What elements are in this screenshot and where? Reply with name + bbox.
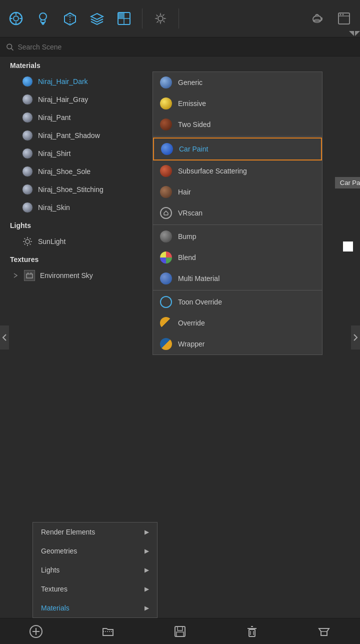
- corner-arrows: [349, 31, 360, 36]
- menu-label: Materials: [41, 604, 70, 612]
- side-nav-left[interactable]: [0, 326, 9, 350]
- window-icon[interactable]: [335, 10, 353, 28]
- context-item-toon[interactable]: Toon Override: [153, 292, 322, 312]
- context-item-carpaint[interactable]: Car Paint: [153, 138, 322, 160]
- side-nav-right[interactable]: [351, 326, 360, 350]
- item-label: Hair: [178, 188, 191, 196]
- tree-item-niraj-shoe-stitching[interactable]: Niraj_Shoe_Stitching: [0, 180, 160, 198]
- item-label: Niraj_Skin: [38, 204, 70, 212]
- svg-point-17: [158, 16, 163, 21]
- materials-section-header: Materials: [0, 56, 160, 72]
- material-icon: [22, 94, 33, 105]
- item-label: Car Paint: [179, 145, 208, 153]
- settings-icon[interactable]: [152, 10, 170, 28]
- teapot-icon[interactable]: [308, 10, 326, 28]
- clean-button[interactable]: [315, 622, 333, 640]
- bottom-toolbar: [0, 618, 360, 644]
- bottom-menu-textures[interactable]: Textures ▶: [33, 580, 157, 598]
- divider-1: [142, 8, 142, 28]
- save-button[interactable]: [171, 622, 189, 640]
- context-item-subsurface[interactable]: Subsurface Scattering: [153, 160, 322, 182]
- divider-2: [178, 8, 179, 28]
- layers-icon[interactable]: [88, 10, 106, 28]
- vrscan-icon: [160, 207, 172, 219]
- tree-item-sunlight[interactable]: SunLight: [0, 232, 160, 250]
- tree-item-niraj-shirt[interactable]: Niraj_Shirt: [0, 144, 160, 162]
- material-icon: [22, 184, 33, 195]
- add-scene-button[interactable]: [27, 622, 45, 640]
- svg-rect-38: [26, 274, 32, 278]
- layout-icon[interactable]: [115, 10, 133, 28]
- tree-item-niraj-shoe-sole[interactable]: Niraj_Shoe_Sole: [0, 162, 160, 180]
- context-item-override[interactable]: Override: [153, 312, 322, 334]
- divider: [153, 224, 322, 225]
- svg-line-34: [24, 238, 26, 240]
- context-item-wrapper[interactable]: Wrapper: [153, 334, 322, 354]
- corner-right: [355, 31, 360, 36]
- material-icon: [22, 148, 33, 159]
- context-item-bump[interactable]: Bump: [153, 226, 322, 247]
- item-label: Niraj_Hair_Gray: [38, 96, 88, 104]
- material-icon-active: [22, 76, 33, 87]
- subsurface-icon: [160, 165, 172, 177]
- svg-marker-12: [91, 14, 103, 20]
- context-item-vrscan[interactable]: VRscan: [153, 202, 322, 224]
- context-item-generic[interactable]: Generic: [153, 72, 322, 93]
- item-label: Niraj_Shirt: [38, 150, 70, 158]
- bottom-menu-geometries[interactable]: Geometries ▶: [33, 542, 157, 560]
- svg-point-25: [340, 14, 342, 16]
- svg-point-27: [7, 44, 12, 49]
- wrapper-icon: [160, 338, 172, 350]
- context-item-blend[interactable]: Blend: [153, 247, 322, 268]
- context-item-emissive[interactable]: Emissive: [153, 93, 322, 114]
- item-label: Override: [178, 319, 205, 327]
- svg-line-22: [318, 14, 318, 16]
- menu-label: Render Elements: [41, 528, 95, 536]
- chevron-right-icon: ▶: [144, 528, 149, 536]
- tree-item-niraj-pant-shadow[interactable]: Niraj_Pant_Shadow: [0, 126, 160, 144]
- bottom-context-menu: Render Elements ▶ Geometries ▶ Lights ▶ …: [32, 522, 158, 618]
- top-toolbar: [0, 0, 360, 38]
- tree-item-niraj-skin[interactable]: Niraj_Skin: [0, 198, 160, 216]
- context-item-twosided[interactable]: Two Sided: [153, 114, 322, 135]
- white-square-indicator: [343, 242, 353, 252]
- tree-item-niraj-hair-dark[interactable]: Niraj_Hair_Dark: [0, 72, 160, 90]
- sun-icon: [22, 236, 33, 247]
- item-label: Bump: [178, 232, 196, 240]
- lightbulb-icon[interactable]: [34, 10, 52, 28]
- tree-item-niraj-pant[interactable]: Niraj_Pant: [0, 108, 160, 126]
- svg-line-28: [12, 48, 14, 50]
- item-label: Niraj_Pant_Shadow: [38, 132, 100, 140]
- toon-icon: [160, 296, 172, 308]
- hair-icon: [160, 186, 172, 198]
- search-icon: [6, 43, 14, 51]
- divider: [153, 136, 322, 136]
- menu-label: Lights: [41, 566, 60, 574]
- context-item-multimaterial[interactable]: Multi Material: [153, 268, 322, 289]
- carpaint-icon: [161, 143, 173, 155]
- item-label: Multi Material: [178, 274, 220, 282]
- bottom-menu-lights[interactable]: Lights ▶: [33, 560, 157, 580]
- menu-label: Geometries: [41, 547, 77, 555]
- cube-icon[interactable]: [61, 10, 79, 28]
- menu-label: Textures: [41, 585, 68, 593]
- svg-line-20: [316, 14, 316, 16]
- tree-item-niraj-hair-gray[interactable]: Niraj_Hair_Gray: [0, 90, 160, 108]
- svg-point-29: [26, 240, 30, 244]
- svg-line-35: [30, 244, 31, 245]
- context-item-hair[interactable]: Hair: [153, 182, 322, 202]
- texture-icon: [24, 270, 35, 281]
- multimaterial-icon: [160, 272, 172, 284]
- svg-line-37: [24, 244, 26, 245]
- delete-button[interactable]: [243, 622, 261, 640]
- bottom-menu-render-elements[interactable]: Render Elements ▶: [33, 522, 157, 542]
- svg-rect-49: [249, 630, 255, 636]
- bottom-menu-materials[interactable]: Materials ▶: [33, 598, 157, 618]
- open-folder-button[interactable]: [99, 622, 117, 640]
- tree-item-environment-sky[interactable]: Environment Sky: [0, 266, 160, 284]
- chevron-right-icon: ▶: [144, 586, 149, 592]
- target-icon[interactable]: [7, 10, 25, 28]
- search-input[interactable]: [18, 43, 354, 51]
- item-label: Subsurface Scattering: [178, 167, 247, 175]
- chevron-right-icon: ▶: [144, 566, 149, 574]
